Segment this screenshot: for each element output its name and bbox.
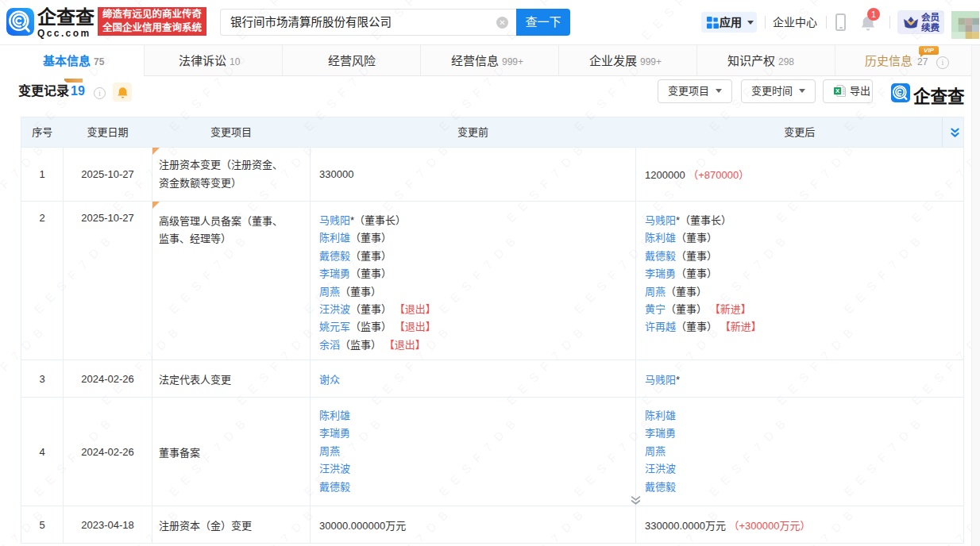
svg-text:X: X bbox=[835, 87, 840, 94]
